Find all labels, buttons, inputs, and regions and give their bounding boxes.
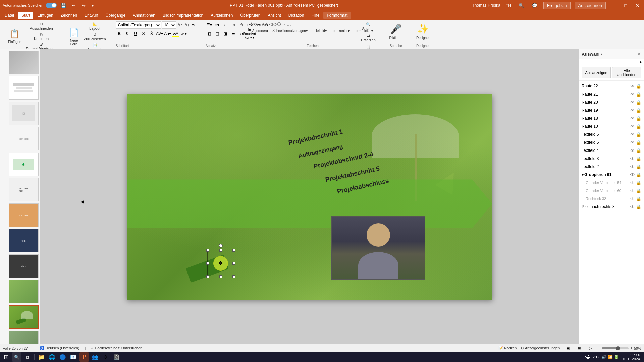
taskview-button[interactable]: ⧉: [23, 352, 32, 362]
menu-hilfe[interactable]: Hilfe: [308, 12, 323, 19]
menu-uebergaenge[interactable]: Übergänge: [102, 12, 129, 19]
search-btn[interactable]: 🔍 Suchen: [360, 21, 376, 32]
lock-icon-verbinder60[interactable]: 🔒: [636, 188, 641, 193]
lock-icon-verbinder54[interactable]: 🔒: [636, 180, 641, 185]
panel-item-verbinder60[interactable]: Gerader Verbinder 60 👁 🔒: [579, 187, 644, 195]
chrome-icon[interactable]: 🔵: [58, 352, 67, 362]
underline-button[interactable]: U: [132, 30, 139, 37]
slide-thumb-18[interactable]: text text: [9, 127, 39, 150]
autosave-toggle[interactable]: Automatisches Speichern: [3, 3, 57, 8]
clear-format-button[interactable]: Aa: [191, 21, 197, 29]
panel-close-button[interactable]: ✕: [637, 51, 641, 57]
slide-thumb-24[interactable]: [9, 280, 39, 303]
panel-chevron[interactable]: ▾: [601, 52, 602, 56]
lock-icon-raute19[interactable]: 🔒: [636, 108, 641, 113]
onenote-icon[interactable]: 📓: [112, 352, 121, 362]
panel-item-raute21[interactable]: Raute 21 👁 🔒: [579, 90, 644, 98]
panel-item-raute22[interactable]: Raute 22 👁 🔒: [579, 82, 644, 90]
slide-thumb-16[interactable]: [9, 76, 39, 100]
panel-collapse-button[interactable]: ▲: [639, 60, 643, 64]
visibility-icon-raute21[interactable]: 👁: [630, 92, 635, 97]
undo-button[interactable]: ↩: [70, 2, 78, 9]
font-color-button[interactable]: A▾: [172, 30, 179, 37]
handle-br[interactable]: [232, 275, 235, 278]
shape-triangle[interactable]: △: [265, 21, 269, 27]
fuelleffekt-button[interactable]: Fülleffekt▾: [310, 28, 328, 33]
save-button[interactable]: 💾: [59, 2, 68, 9]
search-taskbar-button[interactable]: 🔍: [12, 352, 21, 362]
formkontur-button[interactable]: Formkontur▾: [329, 28, 351, 33]
lock-icon-textfeld3[interactable]: 🔒: [636, 156, 641, 161]
visibility-icon-verbinder60[interactable]: 👁: [630, 188, 635, 193]
zoom-out-button[interactable]: −: [598, 346, 600, 351]
shadow-button[interactable]: S̈: [148, 30, 155, 37]
visibility-icon-raute22[interactable]: 👁: [630, 84, 635, 89]
edge-icon[interactable]: 🌐: [47, 352, 57, 362]
bullet-list-button[interactable]: ☰▾: [206, 21, 213, 29]
autosave-toggle-switch[interactable]: [46, 3, 57, 8]
reading-view-button[interactable]: ▷: [587, 345, 594, 351]
handle-ml[interactable]: [206, 262, 209, 265]
schnellformate-button[interactable]: Schnellformatvorlagen▾: [271, 28, 309, 33]
slide-sorter-button[interactable]: ⊞: [576, 345, 583, 351]
menu-animationen[interactable]: Animationen: [129, 12, 159, 19]
menu-entwurf[interactable]: Entwurf: [81, 12, 102, 19]
font-name-selector[interactable]: Calibri (Textkörper): [116, 21, 161, 29]
menu-ueberpruefen[interactable]: Überprüfen: [237, 12, 264, 19]
visibility-icon-rechteck32[interactable]: 👁: [630, 196, 635, 201]
align-center-button[interactable]: ◫: [214, 30, 221, 37]
numbered-list-button[interactable]: ≡▾: [214, 21, 221, 29]
paste-button[interactable]: 📋 Einfügen: [5, 26, 24, 47]
lock-icon-textfeld6[interactable]: 🔒: [636, 132, 641, 137]
canvas-area[interactable]: ◀ Projektabschnitt 1 Auftragseingang Pro…: [40, 49, 579, 344]
lock-icon-raute22[interactable]: 🔒: [636, 84, 641, 89]
font-increase-button[interactable]: A↑: [177, 21, 183, 29]
visibility-icon-raute20[interactable]: 👁: [630, 100, 635, 105]
panel-item-textfeld2[interactable]: Textfeld 2 👁 🔒: [579, 163, 644, 171]
lock-icon-raute21[interactable]: 🔒: [636, 92, 641, 97]
share-button[interactable]: Freigeben: [543, 2, 571, 9]
lock-icon-raute10[interactable]: 🔒: [636, 124, 641, 129]
highlight-button[interactable]: 🖊▾: [180, 30, 187, 37]
designer-button[interactable]: ✨ Designer: [414, 21, 432, 42]
char-spacing-button[interactable]: AV▾: [156, 30, 163, 37]
handle-tl[interactable]: [206, 249, 209, 252]
file-explorer-icon[interactable]: 📁: [37, 352, 46, 362]
menu-formformat[interactable]: Formformat: [323, 12, 351, 19]
menu-bildschirm[interactable]: Bildschirmpräsentation: [159, 12, 207, 19]
zoom-slider[interactable]: [602, 347, 629, 349]
visibility-icon-raute18[interactable]: 👁: [630, 116, 635, 121]
menu-aufzeichnen[interactable]: Aufzeichnen: [207, 12, 236, 19]
bold-button[interactable]: B: [116, 30, 123, 37]
panel-item-textfeld5[interactable]: Textfeld 5 👁 🔒: [579, 138, 644, 146]
handle-bm[interactable]: [219, 275, 222, 278]
cut-button[interactable]: ✂ Ausschneiden: [24, 21, 58, 31]
handle-mr[interactable]: [232, 262, 235, 265]
menu-dictation[interactable]: Dictation: [285, 12, 308, 19]
handle-bl[interactable]: [206, 275, 209, 278]
lock-icon-raute20[interactable]: 🔒: [636, 100, 641, 105]
shape-line[interactable]: \: [251, 21, 252, 27]
lock-icon-raute18[interactable]: 🔒: [636, 116, 641, 121]
shape-pentagon[interactable]: ⬠: [277, 21, 281, 27]
visibility-icon-textfeld3[interactable]: 👁: [630, 156, 635, 161]
decrease-indent-button[interactable]: ⇤: [222, 21, 229, 29]
shape-more[interactable]: …: [286, 21, 291, 27]
copy-button[interactable]: ⎘ Kopieren: [24, 32, 58, 41]
slide-thumb-21[interactable]: img text: [9, 203, 39, 227]
visibility-icon-textfeld6[interactable]: 👁: [630, 132, 635, 137]
shape-rounded-rect[interactable]: ▢: [257, 21, 262, 27]
panel-item-raute10[interactable]: Raute 10 👁 🔒: [579, 122, 644, 130]
search-ribbon-button[interactable]: 🔍: [517, 2, 526, 9]
panel-item-rechteck32[interactable]: Rechteck 32 👁 🔒: [579, 195, 644, 203]
shape-rect[interactable]: ▭: [253, 21, 257, 27]
panel-item-gruppe61[interactable]: ▾ Gruppieren 61 👁 🔒: [579, 171, 644, 179]
minimize-button[interactable]: —: [610, 2, 618, 9]
panel-item-raute18[interactable]: Raute 18 👁 🔒: [579, 114, 644, 122]
lock-icon-textfeld5[interactable]: 🔒: [636, 140, 641, 145]
handle-tr[interactable]: [232, 249, 235, 252]
visibility-icon-raute10[interactable]: 👁: [630, 124, 635, 129]
handle-tm[interactable]: [219, 249, 222, 252]
slide-thumb-23[interactable]: dark: [9, 254, 39, 278]
close-button[interactable]: ✕: [633, 2, 641, 9]
